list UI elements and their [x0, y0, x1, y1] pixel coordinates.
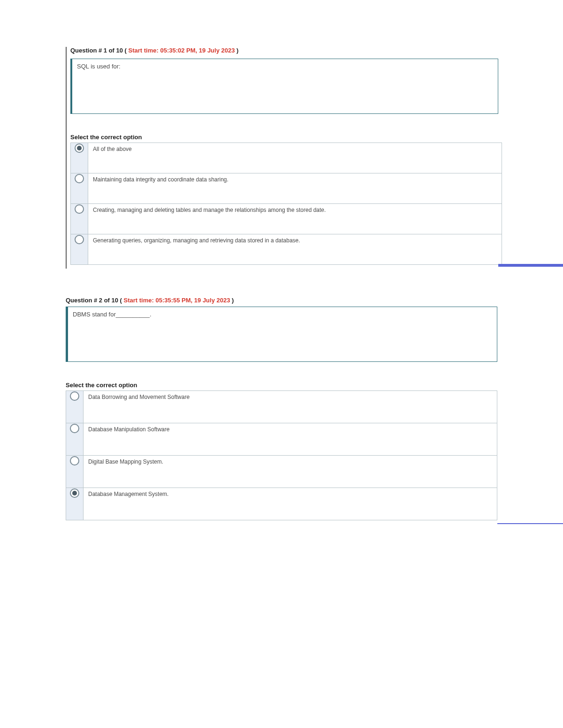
question-1-block: Question # 1 of 10 ( Start time: 05:35:0…: [66, 47, 498, 269]
q2-option-text: Database Manipulation Software: [84, 423, 497, 456]
question-2-stem: DBMS stand for__________.: [66, 307, 497, 362]
q1-option-row[interactable]: Generating queries, organizing, managing…: [71, 234, 502, 265]
q2-header-suffix: ): [230, 297, 234, 304]
question-2-header: Question # 2 of 10 ( Start time: 05:35:5…: [66, 297, 497, 307]
question-2-block: Question # 2 of 10 ( Start time: 05:35:5…: [66, 297, 497, 524]
q1-option-text: All of the above: [88, 143, 502, 173]
q1-option-text: Maintaining data integrity and coordinat…: [88, 173, 502, 204]
radio-icon[interactable]: [75, 204, 84, 214]
radio-icon[interactable]: [70, 424, 79, 433]
q2-option-row[interactable]: Data Borrowing and Movement Software: [66, 391, 497, 423]
radio-icon[interactable]: [70, 456, 79, 465]
q1-option-row[interactable]: Creating, managing and deleting tables a…: [71, 204, 502, 234]
radio-icon[interactable]: [75, 235, 84, 244]
radio-icon[interactable]: [75, 174, 84, 183]
q2-select-label: Select the correct option: [66, 382, 497, 389]
q2-options-table: Data Borrowing and Movement Software Dat…: [66, 390, 497, 520]
q2-option-row[interactable]: Database Management System.: [66, 488, 497, 520]
q1-header-time: Start time: 05:35:02 PM, 19 July 2023: [129, 47, 235, 54]
q1-option-row[interactable]: Maintaining data integrity and coordinat…: [71, 173, 502, 204]
accent-bar: [498, 264, 563, 267]
q2-header-time: Start time: 05:35:55 PM, 19 July 2023: [124, 297, 230, 304]
q2-footer-accent: [66, 520, 497, 524]
accent-bar: [497, 523, 563, 524]
radio-icon[interactable]: [70, 391, 79, 401]
q2-stem-text: DBMS stand for__________.: [73, 311, 152, 318]
q1-header-suffix: ): [235, 47, 238, 54]
q2-option-row[interactable]: Database Manipulation Software: [66, 423, 497, 456]
q2-option-radio-cell[interactable]: [66, 488, 84, 520]
question-1-header: Question # 1 of 10 ( Start time: 05:35:0…: [67, 47, 498, 57]
q1-option-radio-cell[interactable]: [71, 234, 88, 265]
q1-option-text: Creating, managing and deleting tables a…: [88, 204, 502, 234]
q1-footer-accent: [70, 265, 498, 269]
q1-options-table: All of the above Maintaining data integr…: [70, 143, 502, 265]
question-1-stem: SQL is used for:: [70, 59, 498, 114]
q2-option-radio-cell[interactable]: [66, 391, 84, 423]
radio-icon[interactable]: [75, 143, 84, 153]
q2-header-prefix: Question # 2 of 10 (: [66, 297, 124, 304]
q1-option-radio-cell[interactable]: [71, 204, 88, 234]
q1-option-radio-cell[interactable]: [71, 173, 88, 204]
q1-option-text: Generating queries, organizing, managing…: [88, 234, 502, 265]
radio-icon[interactable]: [70, 488, 79, 498]
q2-option-text: Database Management System.: [84, 488, 497, 520]
page: Question # 1 of 10 ( Start time: 05:35:0…: [0, 47, 563, 524]
q1-option-radio-cell[interactable]: [71, 143, 88, 173]
q2-option-radio-cell[interactable]: [66, 456, 84, 488]
q2-option-text: Digital Base Mapping System.: [84, 456, 497, 488]
q2-option-text: Data Borrowing and Movement Software: [84, 391, 497, 423]
q2-option-row[interactable]: Digital Base Mapping System.: [66, 456, 497, 488]
q1-header-prefix: Question # 1 of 10 (: [70, 47, 129, 54]
q2-option-radio-cell[interactable]: [66, 423, 84, 456]
q1-stem-text: SQL is used for:: [77, 63, 121, 70]
q1-option-row[interactable]: All of the above: [71, 143, 502, 173]
q1-select-label: Select the correct option: [70, 134, 498, 141]
